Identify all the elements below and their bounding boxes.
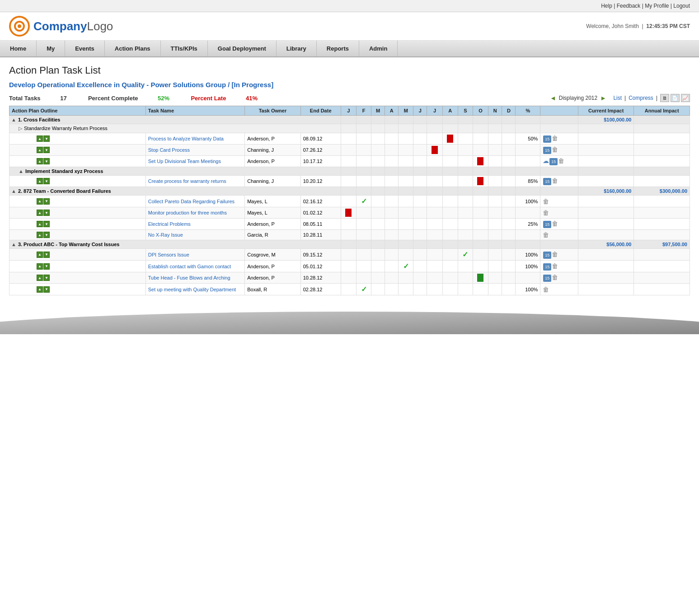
nav-events[interactable]: Events — [65, 41, 105, 56]
task-annual-impact — [634, 176, 690, 187]
move-down-btn[interactable]: ▼ — [43, 275, 50, 281]
col-n: N — [488, 106, 502, 116]
move-down-btn[interactable]: ▼ — [43, 252, 50, 258]
collapse-icon[interactable]: ▲ — [11, 188, 16, 194]
move-up-btn[interactable]: ▲ — [37, 210, 43, 216]
calendar-icon[interactable]: 15 — [543, 263, 551, 271]
my-profile-link[interactable]: My Profile — [645, 3, 669, 9]
gantt-cell-j5 — [413, 207, 427, 219]
move-up-btn[interactable]: ▲ — [37, 232, 43, 238]
calendar-icon[interactable]: 15 — [543, 275, 551, 282]
calendar-icon[interactable]: 15 — [543, 252, 551, 259]
prev-arrow[interactable]: ◄ — [550, 94, 556, 102]
list-link[interactable]: List — [613, 95, 622, 101]
nav-library[interactable]: Library — [277, 41, 317, 56]
move-up-btn[interactable]: ▲ — [37, 275, 43, 281]
move-down-btn[interactable]: ▼ — [43, 135, 50, 142]
nav-home[interactable]: Home — [0, 41, 37, 56]
delete-icon[interactable]: 🗑 — [558, 157, 565, 164]
move-down-btn[interactable]: ▼ — [43, 286, 50, 293]
feedback-link[interactable]: Feedback — [617, 3, 641, 9]
delete-icon[interactable]: 🗑 — [552, 146, 559, 153]
move-up-btn[interactable]: ▲ — [37, 221, 43, 227]
table-row: ▲▼Create process for warranty returnsCha… — [9, 176, 690, 187]
move-up-btn[interactable]: ▲ — [37, 252, 43, 258]
nav-goal-deployment[interactable]: Goal Deployment — [208, 41, 277, 56]
task-name-link[interactable]: Set Up Divisional Team Meetings — [148, 159, 221, 164]
move-up-btn[interactable]: ▲ — [37, 158, 43, 164]
section-current-impact[interactable]: $100,000.00 — [578, 116, 633, 124]
task-name-link[interactable]: Monitor production for three months — [148, 210, 227, 215]
move-down-btn[interactable]: ▼ — [43, 263, 50, 270]
task-name-link[interactable]: DPI Sensors Issue — [148, 252, 189, 257]
delete-icon[interactable]: 🗑 — [543, 209, 550, 216]
section-annual-impact[interactable] — [634, 116, 690, 124]
export-icon-1[interactable]: 🗎 — [660, 94, 669, 102]
delete-icon[interactable]: 🗑 — [552, 251, 559, 258]
section-current-impact[interactable]: $56,000.00 — [578, 240, 633, 249]
help-link[interactable]: Help — [601, 3, 612, 9]
export-icon-2[interactable]: 📄 — [671, 94, 680, 102]
delete-icon[interactable]: 🗑 — [543, 198, 550, 205]
cloud-icon[interactable]: ☁ — [543, 157, 549, 164]
nav-admin[interactable]: Admin — [359, 41, 398, 56]
calendar-icon[interactable]: 15 — [549, 158, 558, 165]
export-icon-3[interactable]: 📈 — [681, 94, 690, 102]
delete-icon[interactable]: 🗑 — [552, 262, 559, 270]
logout-link[interactable]: Logout — [673, 3, 690, 9]
section-annual-impact[interactable] — [634, 167, 690, 176]
section-annual-impact[interactable]: $97,500.00 — [634, 240, 690, 249]
nav-ttis-kpis[interactable]: TTIs/KPIs — [161, 41, 208, 56]
move-up-btn[interactable]: ▲ — [37, 198, 43, 205]
move-down-btn[interactable]: ▼ — [43, 221, 50, 227]
calendar-icon[interactable]: 15 — [543, 147, 551, 154]
delete-icon[interactable]: 🗑 — [552, 135, 559, 142]
nav-my[interactable]: My — [37, 41, 65, 56]
task-name-link[interactable]: Electrical Problems — [148, 221, 191, 227]
task-name-link[interactable]: Tube Head - Fuse Blows and Arching — [148, 275, 230, 280]
gantt-cell-j5 — [413, 196, 427, 207]
calendar-icon[interactable]: 15 — [543, 178, 551, 185]
gantt-cell-o9 — [473, 156, 488, 167]
move-up-btn[interactable]: ▲ — [37, 263, 43, 270]
sub-collapse-icon[interactable]: ▷ — [19, 126, 22, 131]
task-name-link[interactable]: Collect Pareto Data Regarding Failures — [148, 199, 235, 204]
move-down-btn[interactable]: ▼ — [43, 147, 50, 153]
section-current-impact[interactable] — [578, 167, 633, 176]
delete-icon[interactable]: 🗑 — [552, 274, 559, 281]
delete-icon[interactable]: 🗑 — [543, 231, 550, 238]
move-down-btn[interactable]: ▼ — [43, 178, 50, 184]
calendar-icon[interactable]: 15 — [543, 221, 551, 228]
task-name-link[interactable]: No X-Ray Issue — [148, 232, 183, 238]
task-name-link[interactable]: Set up meeting with Quality Department — [148, 287, 236, 292]
compress-link[interactable]: Compress — [629, 95, 653, 101]
move-up-btn[interactable]: ▲ — [37, 178, 43, 184]
move-down-btn[interactable]: ▼ — [43, 232, 50, 238]
welcome-text: Welcome, John Smith — [586, 23, 639, 29]
task-name-link[interactable]: Create process for warranty returns — [148, 178, 226, 184]
move-down-btn[interactable]: ▼ — [43, 210, 50, 216]
section-current-impact[interactable]: $160,000.00 — [578, 187, 633, 196]
move-up-btn[interactable]: ▲ — [37, 147, 43, 153]
section-annual-impact[interactable]: $300,000.00 — [634, 187, 690, 196]
delete-icon[interactable]: 🗑 — [552, 220, 559, 227]
nav-action-plans[interactable]: Action Plans — [105, 41, 161, 56]
calendar-icon[interactable]: 15 — [543, 135, 551, 143]
move-up-btn[interactable]: ▲ — [37, 135, 43, 142]
collapse-icon[interactable]: ▲ — [11, 242, 16, 247]
move-down-btn[interactable]: ▼ — [43, 198, 50, 205]
task-name-link[interactable]: Process to Analyze Warranty Data — [148, 136, 224, 141]
collapse-icon[interactable]: ▲ — [19, 168, 23, 174]
delete-icon[interactable]: 🗑 — [543, 286, 550, 293]
move-up-btn[interactable]: ▲ — [37, 286, 43, 293]
task-name-link[interactable]: Establish contact with Gamon contact — [148, 264, 231, 269]
delete-icon[interactable]: 🗑 — [552, 177, 559, 184]
task-owner-cell: Channing, J — [245, 145, 300, 156]
nav-reports[interactable]: Reports — [317, 41, 359, 56]
next-arrow[interactable]: ► — [600, 94, 606, 102]
task-name-link[interactable]: Stop Card Process — [148, 147, 190, 153]
gantt-cell-m4 — [399, 249, 413, 261]
move-down-btn[interactable]: ▼ — [43, 158, 50, 164]
collapse-icon[interactable]: ▲ — [11, 117, 16, 122]
col-outline: Action Plan Outline — [9, 106, 146, 116]
